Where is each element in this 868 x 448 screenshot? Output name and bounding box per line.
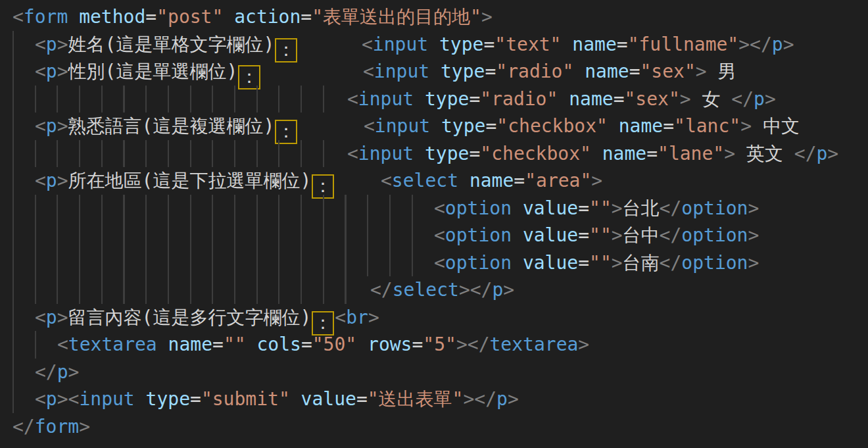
code-token: <	[68, 388, 80, 410]
code-token: =	[485, 115, 496, 137]
code-token: <	[57, 334, 68, 355]
code-token: >	[827, 143, 838, 164]
code-token: =	[483, 34, 494, 55]
code-token: 性別(這是單選欄位)	[68, 61, 238, 82]
code-token: name	[470, 170, 514, 191]
code-token: type	[425, 143, 469, 164]
code-token: <	[381, 170, 392, 191]
code-token: name	[572, 34, 616, 55]
code-token: >	[612, 197, 623, 219]
code-token: select	[393, 279, 459, 301]
code-token: <	[35, 170, 46, 191]
code-segment: </form>	[12, 413, 90, 441]
code-token: method	[79, 6, 145, 28]
code-line-1: <form method="post" action="表單送出的目的地">	[0, 3, 868, 31]
code-token: form	[35, 416, 79, 437]
code-segment: <select name="area">	[381, 167, 602, 195]
code-editor[interactable]: <form method="post" action="表單送出的目的地"><p…	[0, 0, 868, 448]
indent-guides	[12, 112, 14, 140]
code-token: 台中	[623, 224, 660, 246]
code-token: p	[496, 388, 508, 410]
code-token: <	[363, 61, 374, 82]
code-token: <	[364, 115, 375, 137]
code-token: =	[145, 6, 157, 28]
code-token: ""	[589, 252, 612, 274]
code-token: p	[46, 34, 57, 55]
code-token: =	[578, 197, 589, 219]
code-token: >	[456, 334, 468, 355]
code-token	[223, 6, 234, 28]
code-token: </	[660, 197, 682, 219]
code-token: "sex"	[624, 88, 679, 110]
indent-guides	[12, 31, 14, 59]
code-token: "送出表單"	[368, 388, 464, 410]
code-token: textarea	[490, 334, 579, 355]
code-segment: <input type="radio" name="sex"> 男	[363, 58, 736, 86]
code-token: >	[57, 307, 68, 328]
code-segment: </select></p>	[370, 276, 514, 304]
code-token: "radio"	[480, 88, 558, 110]
code-token: >	[765, 88, 776, 110]
code-token: value	[523, 252, 578, 274]
code-token: <	[35, 307, 46, 328]
code-token: name	[569, 88, 613, 110]
code-line-2: <p>姓名(這是單格文字欄位)：<input type="text" name=…	[0, 31, 868, 59]
code-token: p	[46, 388, 57, 410]
indent-guides	[12, 331, 39, 359]
code-token	[414, 88, 425, 110]
code-line-11: </select></p>	[0, 276, 868, 304]
code-line-8: <option value="">台北</option>	[0, 195, 868, 222]
code-token: 所在地區(這是下拉選單欄位)	[68, 170, 312, 191]
code-token	[430, 115, 441, 137]
code-token	[458, 170, 470, 191]
code-token: select	[392, 170, 458, 191]
code-segment: <input type="radio" name="sex"> 女 </p>	[347, 86, 776, 113]
code-segment: <form method="post" action="表單送出的目的地">	[12, 3, 493, 31]
code-line-4: <input type="radio" name="sex"> 女 </p>	[0, 86, 868, 113]
code-token: >	[57, 115, 68, 137]
code-token: >	[57, 61, 68, 82]
code-segment: <input type="text" name="fullname"></p>	[362, 31, 794, 59]
code-token: type	[439, 34, 483, 55]
code-token	[561, 34, 572, 55]
code-token: >	[459, 279, 470, 301]
code-token: p	[46, 307, 57, 328]
code-token: >	[748, 197, 759, 219]
code-line-9: <option value="">台中</option>	[0, 222, 868, 249]
code-token: textarea	[68, 334, 157, 355]
code-token: ""	[589, 197, 612, 219]
indent-guides	[12, 140, 338, 168]
code-token: br	[346, 307, 368, 328]
code-token: =	[356, 388, 368, 410]
code-token: value	[523, 197, 578, 219]
code-token: p	[46, 115, 57, 137]
code-token: >	[680, 88, 691, 110]
code-token: <	[12, 6, 24, 28]
code-token: "submit"	[201, 388, 290, 410]
code-token: p	[772, 34, 783, 55]
code-token: =	[301, 6, 312, 28]
code-token: name	[619, 115, 663, 137]
code-token: name	[585, 61, 629, 82]
code-token: =	[485, 61, 496, 82]
code-line-3: <p>性別(這是單選欄位)：<input type="radio" name="…	[0, 58, 868, 86]
code-token: >	[696, 61, 707, 82]
code-token: <	[362, 34, 373, 55]
code-token: "checkbox"	[480, 143, 591, 164]
code-token	[573, 61, 585, 82]
code-token	[290, 388, 301, 410]
indent-guides	[12, 386, 14, 413]
code-token: form	[24, 6, 68, 28]
indent-guides	[12, 359, 14, 386]
code-segment: <option value="">台南</option>	[434, 249, 759, 277]
code-token: >	[57, 34, 68, 55]
code-token: =	[629, 61, 640, 82]
code-area[interactable]: <form method="post" action="表單送出的目的地"><p…	[0, 3, 868, 440]
code-token	[512, 224, 523, 246]
code-token: =	[617, 34, 628, 55]
code-token: >	[463, 388, 474, 410]
code-token: type	[441, 115, 485, 137]
code-token: 女	[691, 88, 732, 110]
code-token: option	[681, 224, 748, 246]
code-token	[68, 6, 79, 28]
